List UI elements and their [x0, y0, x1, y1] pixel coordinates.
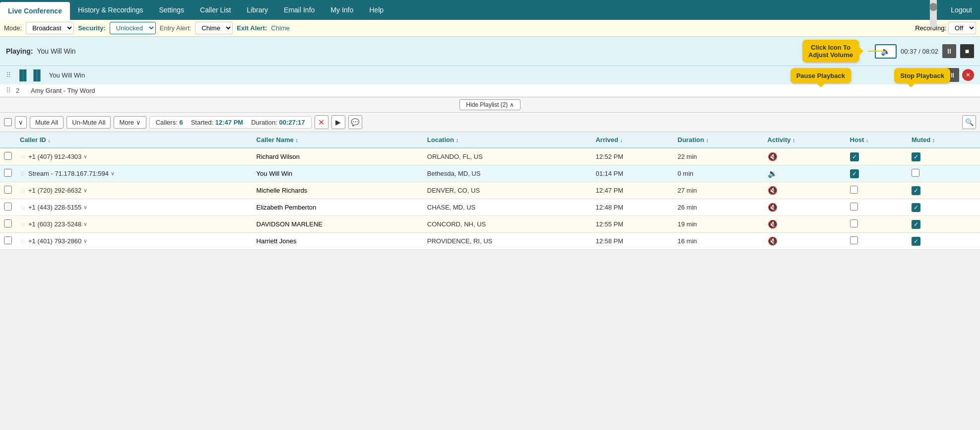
muted-checked-icon[interactable]: ✓	[912, 152, 920, 161]
activity-speaker-off-icon[interactable]: 🔇	[768, 220, 778, 228]
row-checkbox[interactable]	[4, 219, 12, 227]
nav-settings[interactable]: Settings	[151, 0, 192, 20]
stop-button[interactable]: ■	[960, 44, 974, 58]
search-button[interactable]: 🔍	[962, 115, 976, 129]
expand-arrow[interactable]: ∨	[83, 187, 87, 194]
nav-my-info[interactable]: My Info	[323, 0, 361, 20]
activity-cell[interactable]: 🔇	[764, 182, 846, 199]
th-location[interactable]: Location ↕	[423, 132, 592, 148]
star-icon[interactable]: ☆	[20, 237, 26, 245]
th-caller-id[interactable]: Caller ID ↓	[16, 132, 253, 148]
activity-speaker-off-icon[interactable]: 🔇	[768, 237, 778, 245]
more-button[interactable]: More ∨	[114, 116, 146, 129]
row-checkbox-cell[interactable]	[0, 216, 16, 233]
select-all-checkbox[interactable]	[4, 118, 12, 126]
nav-email-info[interactable]: Email Info	[276, 0, 323, 20]
expand-arrow[interactable]: ∨	[83, 153, 87, 160]
volume-slider-track[interactable]	[930, 0, 937, 28]
th-activity[interactable]: Activity ↕	[764, 132, 846, 148]
star-icon[interactable]: ☆	[20, 220, 26, 228]
muted-checked-icon[interactable]: ✓	[912, 186, 920, 195]
row-checkbox[interactable]	[4, 203, 12, 211]
muted-cell[interactable]: ✓	[908, 199, 980, 216]
activity-cell[interactable]: 🔉	[764, 165, 846, 182]
row-checkbox[interactable]	[4, 186, 12, 194]
host-cell[interactable]: ✓	[846, 165, 908, 182]
row-checkbox[interactable]	[4, 152, 12, 160]
host-cell[interactable]	[846, 216, 908, 233]
row-checkbox-cell[interactable]	[0, 199, 16, 216]
play-button[interactable]: ▶	[331, 115, 345, 129]
activity-speaker-off-icon[interactable]: 🔇	[768, 186, 778, 195]
star-icon[interactable]: ☆	[20, 153, 26, 161]
playback-controls: Click Icon ToAdjust Volume 🔉 00:37 / 08:…	[802, 40, 974, 63]
expand-arrow[interactable]: ∨	[83, 221, 87, 227]
nav-live-conference[interactable]: Live Conference	[0, 2, 70, 20]
activity-speaker-on-icon[interactable]: 🔉	[768, 169, 778, 178]
drag-handle-icon[interactable]: ⠿	[6, 71, 11, 79]
hide-playlist-button[interactable]: Hide Playlist (2) ∧	[459, 99, 520, 110]
activity-cell[interactable]: 🔇	[764, 199, 846, 216]
host-checkbox[interactable]	[850, 236, 858, 244]
message-button[interactable]: 💬	[348, 115, 362, 129]
muted-cell[interactable]: ✓	[908, 148, 980, 165]
star-icon[interactable]: ☆	[20, 187, 26, 195]
location-text: CONCORD, NH, US	[427, 220, 486, 228]
muted-cell[interactable]: ✓	[908, 182, 980, 199]
row-checkbox-cell[interactable]	[0, 233, 16, 250]
security-select[interactable]: Unlocked	[110, 22, 156, 34]
entry-alert-select[interactable]: Chime	[195, 22, 233, 34]
host-cell[interactable]	[846, 233, 908, 250]
muted-cell[interactable]	[908, 165, 980, 182]
host-cell[interactable]	[846, 182, 908, 199]
muted-checkbox[interactable]	[912, 169, 919, 177]
activity-cell[interactable]: 🔇	[764, 148, 846, 165]
star-icon[interactable]: ☆	[20, 170, 26, 178]
nav-history-recordings[interactable]: History & Recordings	[70, 0, 151, 20]
nav-caller-list[interactable]: Caller List	[192, 0, 239, 20]
recording-select[interactable]: Off	[948, 22, 976, 34]
expand-arrow[interactable]: ∨	[83, 204, 87, 211]
host-checkbox[interactable]	[850, 203, 858, 211]
muted-checked-icon[interactable]: ✓	[912, 220, 920, 229]
activity-cell[interactable]: 🔇	[764, 216, 846, 233]
host-checkbox[interactable]	[850, 219, 858, 227]
unmute-all-button[interactable]: Un-Mute All	[66, 116, 111, 129]
host-cell[interactable]: ✓	[846, 148, 908, 165]
pause-button[interactable]: ⏸	[942, 44, 956, 58]
host-cell[interactable]	[846, 199, 908, 216]
th-arrived[interactable]: Arrived ↓	[591, 132, 673, 148]
activity-cell[interactable]: 🔇	[764, 233, 846, 250]
end-call-button[interactable]: ✕	[315, 115, 328, 129]
mode-select[interactable]: Broadcast	[26, 22, 74, 34]
row-checkbox[interactable]	[4, 169, 12, 177]
expand-arrow[interactable]: ∨	[83, 238, 87, 244]
muted-cell[interactable]: ✓	[908, 216, 980, 233]
th-muted[interactable]: Muted ↕	[908, 132, 980, 148]
row-checkbox-cell[interactable]	[0, 148, 16, 165]
logout-button[interactable]: Logout	[943, 0, 980, 20]
activity-speaker-off-icon[interactable]: 🔇	[768, 203, 778, 212]
nav-help[interactable]: Help	[361, 0, 392, 20]
row-checkbox-cell[interactable]	[0, 165, 16, 182]
th-host[interactable]: Host ↓	[846, 132, 908, 148]
row-checkbox-cell[interactable]	[0, 182, 16, 199]
nav-library[interactable]: Library	[239, 0, 276, 20]
mute-all-button[interactable]: Mute All	[30, 116, 64, 129]
row-checkbox[interactable]	[4, 236, 12, 244]
th-caller-name[interactable]: Caller Name ↕	[253, 132, 423, 148]
star-icon[interactable]: ☆	[20, 204, 26, 212]
expand-arrow[interactable]: ∨	[111, 170, 115, 177]
playlist-stop-button[interactable]: ✕	[962, 69, 974, 81]
host-checkbox[interactable]	[850, 186, 858, 194]
muted-checked-icon[interactable]: ✓	[912, 203, 920, 212]
host-checked-icon[interactable]: ✓	[850, 169, 859, 178]
muted-cell[interactable]: ✓	[908, 233, 980, 250]
expand-dropdown-button[interactable]: ∨	[15, 116, 27, 129]
volume-slider-thumb[interactable]	[929, 3, 937, 11]
drag-handle-icon-2[interactable]: ⠿	[6, 86, 11, 94]
th-duration[interactable]: Duration ↕	[674, 132, 764, 148]
activity-speaker-off-icon[interactable]: 🔇	[768, 152, 778, 161]
host-checked-icon[interactable]: ✓	[850, 152, 859, 161]
muted-checked-icon[interactable]: ✓	[912, 237, 920, 246]
